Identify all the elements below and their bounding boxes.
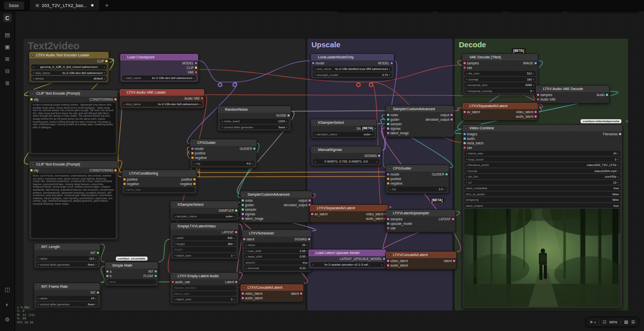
widget-pingpong[interactable]: pingpongfalse <box>464 197 620 202</box>
output-SAMPLER[interactable]: SAMPLER <box>218 209 238 212</box>
output-IMAGE[interactable]: IMAGE <box>523 61 538 65</box>
input-clip[interactable]: clip <box>29 169 39 172</box>
sidebar-settings-icon[interactable]: ⚙ <box>3 315 13 324</box>
collapse-dot[interactable] <box>31 92 34 95</box>
output-INT[interactable]: INT <box>148 270 158 273</box>
input-guider[interactable]: guider <box>240 203 254 207</box>
video-preview[interactable] <box>464 209 620 307</box>
collapse-dot[interactable] <box>388 108 391 111</box>
collapse-dot[interactable] <box>313 148 316 151</box>
output-INT[interactable]: INT <box>91 291 100 294</box>
input-negative[interactable]: negative <box>386 182 403 185</box>
output-latent[interactable]: latent <box>444 259 456 263</box>
sidebar-theme-icon[interactable]: ◐ <box>3 300 13 309</box>
minimap-icon[interactable]: ▦ <box>624 319 628 324</box>
widget-value[interactable]: ◂ltx-2-spatial-upscaler-x2-1.0.saf...▸ <box>310 262 384 267</box>
widget-format[interactable]: ◂formatvideo/h264-mp4▸ <box>464 169 620 174</box>
sidebar-logs-icon[interactable]: ◫ <box>3 285 13 294</box>
collapse-dot[interactable] <box>192 141 195 144</box>
workflow-tab[interactable]: ▦ 203_T2V_LTX2_bas... <box>29 0 100 11</box>
input-a[interactable]: a <box>105 270 112 273</box>
output-video_latent[interactable]: video_latent <box>516 110 538 114</box>
collapse-dot[interactable] <box>464 56 467 59</box>
output-LATENT[interactable]: LATENT <box>439 217 455 221</box>
widget-noise_seed[interactable]: ◂noise_seed1234▸ <box>220 119 289 124</box>
output-Filenames[interactable]: Filenames <box>603 132 622 136</box>
widget-value[interactable]: ◂gemma_3_12B_4_fp4_mixed.safetensors▸ <box>31 64 107 69</box>
widget-crf[interactable]: ◂crf19▸ <box>464 180 620 185</box>
node-ltxv-latent-upsampler[interactable]: LTXVLatentUpsampler samplesLATENTupscale… <box>385 209 456 232</box>
output-MODEL[interactable]: MODEL <box>378 61 394 65</box>
chevron-down-icon[interactable]: ▾ <box>594 320 596 324</box>
reroute-node[interactable] <box>356 82 361 87</box>
widget-strength_model[interactable]: ◂strength_model0.70▸ <box>313 72 392 77</box>
output-output[interactable]: output <box>298 199 312 202</box>
widget-temporal_overlap[interactable]: ◂temporal_overlap8▸ <box>464 89 536 94</box>
node-vae-decode-tiled[interactable]: VAE Decode (Tiled) samplesIMAGEvae◂tile_… <box>462 53 538 95</box>
input-samples[interactable]: samples <box>536 93 552 97</box>
node-ltxv-scheduler[interactable]: LTXVScheduler latentSIGMAS◂steps20▸◂max_… <box>242 229 312 273</box>
widget-sampler_name[interactable]: ◂sampler_nameeuler▸ <box>313 132 374 137</box>
widget-trim_to_audio[interactable]: trim_to_audiofalse <box>464 192 620 197</box>
output-LATENT[interactable]: LATENT <box>222 230 238 234</box>
widget-frame_rate[interactable]: frame_rate <box>124 187 195 192</box>
output-VAE[interactable]: VAE <box>188 70 198 74</box>
collapse-dot[interactable] <box>124 172 127 175</box>
node-ltxv-separate-av-latent-upscale[interactable]: LTXVSeparateAVLatent av_latentvideo_late… <box>309 204 388 223</box>
widget-control after generate[interactable]: ◂control after generatefixed▸ <box>36 302 98 307</box>
node-manual-sigmas[interactable]: ManualSigmas SIGMAS◂0.909571, 0.725, 0.4… <box>310 146 382 166</box>
zoom-level[interactable]: 94% <box>609 320 617 324</box>
input-samples[interactable]: samples <box>386 217 403 221</box>
sidebar-models-icon[interactable]: ▣ <box>3 42 13 51</box>
input-positive[interactable]: positive <box>386 177 401 181</box>
text-widget[interactable]: A man in practical jungle trekking cloth… <box>31 103 116 153</box>
pointer-tool-icon[interactable]: ➤ <box>590 319 594 324</box>
output-GUIDER[interactable]: GUIDER <box>432 173 449 176</box>
input-audio_vae[interactable]: audio_vae <box>171 280 190 284</box>
input-Audio VAE[interactable]: Audio VAE <box>536 98 555 101</box>
node-cfg-guider-upscale[interactable]: CFGGuider modelGUIDERpositivenegative◂cf… <box>385 164 449 194</box>
widget-save_output[interactable]: save_outputtrue <box>464 203 620 208</box>
input-sigmas[interactable]: sigmas <box>240 212 255 216</box>
widget-control after generate[interactable]: ◂control after generatefixed▸ <box>36 262 98 267</box>
collapse-dot[interactable] <box>31 54 34 57</box>
node-ltxv-separate-av-latent-decode[interactable]: LTXVSeparateAVLatent av_latentvideo_late… <box>462 102 538 121</box>
output-FLOAT[interactable]: FLOAT <box>143 274 158 278</box>
node-ltxv-audio-vae-decode[interactable]: LTXV Audio VAE Decode samplesAudioAudio … <box>535 85 610 104</box>
output-GUIDER[interactable]: GUIDER <box>239 147 257 150</box>
collapse-dot[interactable] <box>122 91 125 94</box>
help-icon[interactable]: ? <box>624 119 629 124</box>
input-noise[interactable]: noise <box>386 113 398 117</box>
output-NOISE[interactable]: NOISE <box>276 114 291 117</box>
input-noise[interactable]: noise <box>240 199 253 202</box>
input-model[interactable]: model <box>190 147 203 150</box>
widget-filename_prefix[interactable]: ◂filename_prefixvideo/203_T2V_LTX2▸ <box>464 162 620 168</box>
widget-control after generate[interactable]: ◂control after generatefixed▸ <box>220 125 289 130</box>
collapse-dot[interactable] <box>36 285 39 288</box>
node-clip-text-encode-negative[interactable]: CLIP Text Encode (Prompt) clipCONDITIONI… <box>29 160 118 240</box>
widget-height[interactable]: ◂height352▸ <box>173 241 236 246</box>
output-CLIP[interactable]: CLIP <box>187 66 198 69</box>
node-random-noise[interactable]: RandomNoise NOISE◂noise_seed1234▸◂contro… <box>217 106 291 131</box>
output-Audio VAE[interactable]: Audio VAE <box>185 97 204 100</box>
input-model[interactable]: model <box>311 61 324 65</box>
input-model[interactable]: model <box>386 173 399 176</box>
widget-frame_rate[interactable]: frame_rate <box>173 291 236 296</box>
output-CONDITIONING[interactable]: CONDITIONING <box>90 169 118 172</box>
input-positive[interactable]: positive <box>190 151 206 155</box>
node-video-combine[interactable]: comfyui-videohelpersuite? Video Combine … <box>462 124 623 309</box>
output-output[interactable]: output <box>440 113 454 117</box>
output-audio_latent[interactable]: audio_latent <box>366 217 388 220</box>
widget-base_shift[interactable]: ◂base_shift0.95▸ <box>244 254 309 259</box>
widget-length[interactable]: length <box>173 247 236 252</box>
input-latent_image[interactable]: latent_image <box>386 131 409 135</box>
collapse-dot[interactable] <box>310 252 313 255</box>
workspace-button[interactable]: base <box>4 2 24 10</box>
collapse-dot[interactable] <box>388 212 391 215</box>
node-ltxv-empty-latent-audio[interactable]: LTXV Empty Latent Audio audio_vaeLatentf… <box>170 272 239 304</box>
collapse-dot[interactable] <box>388 167 391 170</box>
widget-width[interactable]: ◂width640▸ <box>173 235 236 240</box>
collapse-dot[interactable] <box>464 127 467 130</box>
input-sampler[interactable]: sampler <box>240 208 257 211</box>
collapse-dot[interactable] <box>388 254 391 257</box>
